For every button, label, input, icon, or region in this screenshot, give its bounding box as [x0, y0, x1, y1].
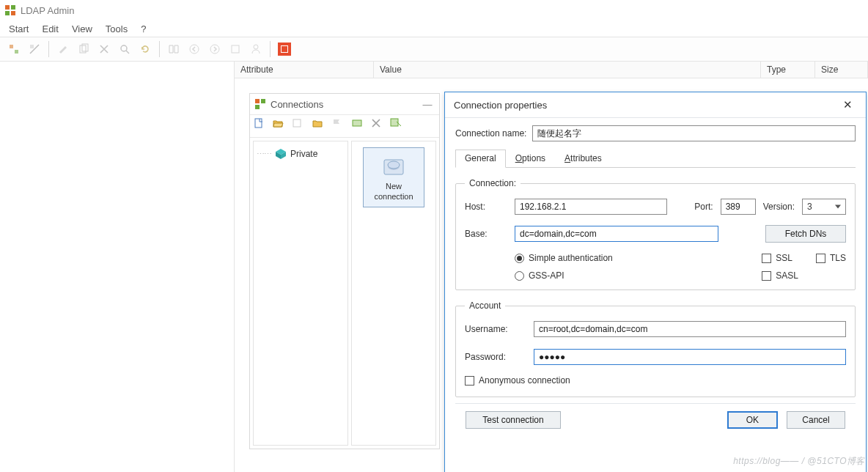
menu-help[interactable]: ?	[135, 22, 152, 36]
tree-item-private[interactable]: ⋯⋯ Private	[257, 146, 345, 162]
checkbox-sasl[interactable]: SASL	[762, 270, 798, 281]
folder-icon[interactable]	[312, 117, 329, 135]
svg-rect-3	[11, 11, 15, 15]
account-legend: Account	[465, 300, 505, 311]
app-title: LDAP Admin	[21, 5, 74, 16]
svg-rect-12	[232, 45, 239, 53]
username-label: Username:	[465, 324, 526, 334]
connection-name-input[interactable]	[532, 125, 856, 141]
edit-icon[interactable]	[54, 40, 73, 59]
close-icon[interactable]: ✕	[839, 98, 857, 111]
version-select[interactable]: 3	[802, 199, 846, 215]
new-doc-icon[interactable]	[253, 117, 271, 135]
book2-icon[interactable]	[291, 117, 309, 135]
titlebar: LDAP Admin	[0, 0, 868, 21]
run-icon[interactable]	[389, 117, 407, 135]
connections-titlebar[interactable]: Connections —	[250, 94, 439, 114]
svg-rect-1	[11, 5, 15, 10]
back-icon[interactable]	[185, 40, 204, 59]
password-label: Password:	[465, 352, 526, 362]
card-icon[interactable]	[351, 117, 369, 135]
item-label-line1: New	[368, 182, 419, 192]
col-size[interactable]: Size	[815, 62, 868, 78]
dialog-titlebar[interactable]: Connection properties ✕	[445, 92, 866, 117]
svg-point-9	[121, 45, 127, 51]
connections-items-pane[interactable]: New connection	[351, 141, 436, 446]
checkbox-ssl[interactable]: SSL	[762, 253, 798, 263]
delete-icon[interactable]	[95, 40, 114, 59]
item-label-line2: connection	[368, 192, 419, 202]
connection-properties-dialog: Connection properties ✕ Connection name:…	[444, 92, 867, 472]
base-input[interactable]	[515, 226, 718, 242]
search-icon[interactable]	[115, 40, 134, 59]
svg-rect-15	[261, 99, 265, 103]
cube-icon	[274, 147, 287, 161]
test-connection-button[interactable]: Test connection	[466, 411, 561, 429]
svg-rect-6	[30, 45, 34, 48]
connections-window: Connections — ⋯⋯ Private	[249, 93, 440, 449]
tab-options[interactable]: Options	[506, 150, 555, 168]
username-input[interactable]	[534, 321, 846, 337]
svg-point-26	[388, 161, 400, 169]
refresh-icon[interactable]	[136, 40, 155, 59]
svg-rect-2	[5, 11, 10, 15]
menu-view[interactable]: View	[66, 22, 98, 36]
forward-icon[interactable]	[205, 40, 224, 59]
app-icon	[4, 4, 16, 16]
svg-point-11	[210, 45, 219, 54]
menubar: Start Edit View Tools ?	[0, 21, 868, 37]
menu-edit[interactable]: Edit	[36, 22, 64, 36]
copy-icon[interactable]	[74, 40, 93, 59]
minimize-icon[interactable]: —	[420, 99, 435, 110]
flag-icon[interactable]	[331, 117, 348, 135]
col-type[interactable]: Type	[761, 62, 815, 78]
connections-tree[interactable]: ⋯⋯ Private	[253, 141, 348, 446]
tab-attributes[interactable]: Attributes	[555, 150, 611, 168]
tabs: General Options Attributes	[455, 149, 856, 168]
main-toolbar	[0, 37, 868, 62]
new-connection-icon	[381, 154, 406, 179]
version-label: Version:	[763, 202, 795, 212]
connection-name-label: Connection name:	[455, 128, 526, 139]
list-header: Attribute Value Type Size	[235, 62, 868, 78]
disconnect-icon[interactable]	[25, 40, 44, 59]
book-icon[interactable]	[164, 40, 183, 59]
item-new-connection[interactable]: New connection	[363, 147, 424, 207]
toolbar-separator	[270, 41, 271, 57]
connect-icon[interactable]	[4, 40, 23, 59]
host-label: Host:	[465, 202, 507, 212]
fetch-dns-button[interactable]: Fetch DNs	[765, 225, 846, 243]
tab-general[interactable]: General	[455, 150, 506, 168]
cancel-button[interactable]: Cancel	[787, 411, 845, 429]
col-attribute[interactable]: Attribute	[235, 62, 374, 78]
checkbox-tls[interactable]: TLS	[816, 253, 846, 263]
connections-toolbar	[250, 114, 439, 138]
open-folder-icon[interactable]	[272, 117, 290, 135]
tree-expand-icon[interactable]: ⋯⋯	[257, 150, 271, 159]
delete2-icon[interactable]	[370, 117, 388, 135]
svg-rect-0	[5, 5, 10, 10]
ok-button[interactable]: OK	[727, 411, 778, 429]
toolbar-separator	[159, 41, 160, 57]
tree-item-label: Private	[290, 149, 317, 159]
connection-legend: Connection:	[465, 178, 521, 188]
schema-icon[interactable]	[226, 40, 245, 59]
port-input[interactable]	[721, 199, 756, 215]
user-icon[interactable]	[246, 40, 265, 59]
svg-rect-18	[293, 119, 301, 127]
svg-rect-16	[255, 105, 260, 109]
radio-gss-api[interactable]: GSS-API	[515, 270, 744, 281]
radio-simple-auth[interactable]: Simple authentication	[515, 253, 744, 263]
host-input[interactable]	[515, 199, 667, 215]
col-value[interactable]: Value	[374, 62, 761, 78]
menu-tools[interactable]: Tools	[100, 22, 133, 36]
tree-pane[interactable]	[0, 62, 235, 472]
checkbox-anonymous[interactable]: Anonymous connection	[465, 375, 570, 386]
connections-icon	[254, 98, 266, 110]
watermark: https://blog—— / @51CTO博客	[733, 455, 865, 468]
svg-point-10	[190, 45, 199, 54]
dialog-title: Connection properties	[454, 100, 547, 111]
menu-start[interactable]: Start	[3, 22, 34, 36]
password-input[interactable]	[534, 349, 846, 365]
stop-icon[interactable]	[275, 40, 294, 59]
